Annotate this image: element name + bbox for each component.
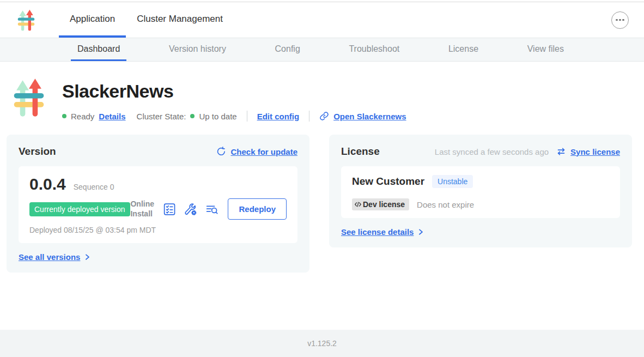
wrench-gear-icon: [184, 202, 198, 216]
dashboard-cards: Version Check for update 0.0.4 Sequence …: [7, 135, 637, 273]
slackernews-logo-icon: [16, 9, 36, 32]
link-icon: [319, 111, 329, 121]
chevron-right-icon: [417, 228, 424, 235]
logs-magnifier-icon: [205, 202, 219, 216]
version-number: 0.0.4: [29, 175, 66, 193]
tab-application[interactable]: Application: [59, 2, 126, 38]
tab-config[interactable]: Config: [269, 38, 307, 61]
license-card: License Last synced a few seconds ago Sy…: [329, 135, 632, 247]
customer-name: New Customer: [352, 176, 424, 187]
page-title: SlackerNews: [62, 81, 406, 102]
cluster-state-label: Cluster State:: [137, 112, 186, 121]
status-details-link[interactable]: Details: [99, 112, 125, 121]
tab-view-files[interactable]: View files: [521, 38, 570, 61]
tab-version-history[interactable]: Version history: [162, 38, 233, 61]
cluster-state-dot: [190, 114, 195, 118]
app-logo-small: [16, 2, 36, 38]
tab-cluster-management[interactable]: Cluster Management: [126, 2, 234, 38]
preflight-checks-button[interactable]: [162, 202, 177, 216]
cluster-state-value: Up to date: [199, 112, 236, 121]
tab-troubleshoot[interactable]: Troubleshoot: [342, 38, 406, 61]
deployed-badge: Currently deployed version: [29, 202, 130, 216]
console-footer: v1.125.2: [0, 330, 644, 357]
license-expiration: Does not expire: [417, 200, 474, 209]
chevron-right-icon: [84, 253, 90, 261]
code-icon: [354, 201, 362, 208]
tab-license[interactable]: License: [442, 38, 485, 61]
license-detail-panel: New Customer Unstable Dev license Does n…: [341, 166, 620, 218]
app-logo-large: [12, 76, 46, 119]
redeploy-button[interactable]: Redeploy: [228, 198, 287, 220]
open-app-link[interactable]: Open Slackernews: [333, 112, 406, 121]
see-license-details-link[interactable]: See license details: [341, 227, 414, 237]
app-header: SlackerNews Ready Details Cluster State:…: [12, 76, 637, 122]
sync-icon: [556, 147, 566, 156]
current-version-panel: 0.0.4 Sequence 0 Currently deployed vers…: [19, 166, 297, 243]
license-card-title: License: [341, 146, 380, 158]
top-nav: Application Cluster Management: [0, 2, 644, 38]
check-for-update-link[interactable]: Check for update: [230, 147, 297, 156]
overflow-menu-button[interactable]: [611, 11, 629, 29]
license-type-badge: Dev license: [352, 198, 409, 210]
version-card-title: Version: [19, 146, 56, 158]
preflight-checklist-icon: [162, 202, 177, 216]
sequence-label: Sequence 0: [74, 183, 114, 191]
app-sub-nav: Dashboard Version history Config Trouble…: [0, 38, 644, 62]
edit-config-version-button[interactable]: [184, 202, 198, 216]
tab-dashboard[interactable]: Dashboard: [71, 38, 126, 61]
install-type-label: Online Install: [130, 199, 155, 219]
ellipsis-icon: [616, 19, 618, 21]
edit-config-link[interactable]: Edit config: [257, 112, 300, 121]
deployed-timestamp: Deployed 08/15/25 @ 03:54 pm MDT: [29, 225, 157, 235]
last-synced-label: Last synced a few seconds ago: [435, 147, 549, 156]
dashboard-main: SlackerNews Ready Details Cluster State:…: [0, 62, 644, 330]
channel-badge: Unstable: [432, 175, 473, 188]
divider: [247, 111, 247, 122]
version-card: Version Check for update 0.0.4 Sequence …: [7, 135, 309, 273]
divider: [309, 111, 309, 122]
app-status-dot: [62, 114, 66, 118]
app-status-label: Ready: [71, 112, 94, 121]
view-deploy-logs-button[interactable]: [205, 202, 219, 216]
refresh-icon: [216, 147, 226, 156]
sync-license-link[interactable]: Sync license: [570, 147, 620, 156]
console-version: v1.125.2: [307, 339, 337, 348]
app-status-row: Ready Details Cluster State: Up to date …: [62, 111, 406, 122]
license-type-label: Dev license: [363, 200, 405, 209]
see-all-versions-link[interactable]: See all versions: [19, 252, 80, 262]
